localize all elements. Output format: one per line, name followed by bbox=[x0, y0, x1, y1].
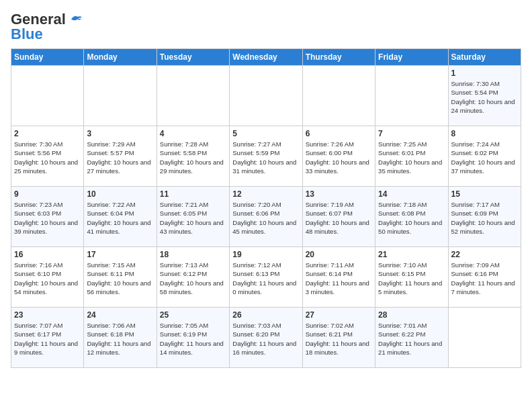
day-info: Sunrise: 7:12 AM Sunset: 6:13 PM Dayligh… bbox=[232, 261, 299, 296]
day-number: 24 bbox=[87, 310, 153, 320]
day-info: Sunrise: 7:06 AM Sunset: 6:18 PM Dayligh… bbox=[87, 321, 153, 357]
day-number: 25 bbox=[160, 310, 226, 320]
calendar-cell: 19Sunrise: 7:12 AM Sunset: 6:13 PM Dayli… bbox=[230, 247, 302, 308]
calendar-cell: 7Sunrise: 7:25 AM Sunset: 6:01 PM Daylig… bbox=[375, 126, 448, 187]
day-number: 6 bbox=[306, 129, 372, 138]
day-info: Sunrise: 7:05 AM Sunset: 6:19 PM Dayligh… bbox=[160, 321, 226, 357]
day-info: Sunrise: 7:02 AM Sunset: 6:21 PM Dayligh… bbox=[306, 321, 372, 357]
day-number: 13 bbox=[306, 189, 372, 199]
weekday-header: Saturday bbox=[448, 49, 521, 66]
logo-bird-icon bbox=[69, 13, 83, 26]
day-info: Sunrise: 7:26 AM Sunset: 6:00 PM Dayligh… bbox=[306, 140, 372, 175]
day-info: Sunrise: 7:18 AM Sunset: 6:08 PM Dayligh… bbox=[378, 200, 445, 236]
calendar-cell: 17Sunrise: 7:15 AM Sunset: 6:11 PM Dayli… bbox=[84, 247, 157, 308]
calendar-cell: 15Sunrise: 7:17 AM Sunset: 6:09 PM Dayli… bbox=[448, 187, 521, 247]
day-number: 14 bbox=[378, 189, 445, 199]
calendar-cell: 18Sunrise: 7:13 AM Sunset: 6:12 PM Dayli… bbox=[157, 247, 229, 308]
day-info: Sunrise: 7:01 AM Sunset: 6:22 PM Dayligh… bbox=[378, 321, 445, 357]
day-number: 18 bbox=[160, 250, 226, 259]
calendar-cell: 27Sunrise: 7:02 AM Sunset: 6:21 PM Dayli… bbox=[302, 308, 375, 368]
page-header: General Blue bbox=[11, 11, 521, 43]
day-number: 20 bbox=[306, 250, 372, 259]
day-info: Sunrise: 7:17 AM Sunset: 6:09 PM Dayligh… bbox=[451, 200, 518, 236]
day-number: 2 bbox=[14, 129, 81, 138]
day-info: Sunrise: 7:11 AM Sunset: 6:14 PM Dayligh… bbox=[306, 261, 372, 296]
day-number: 28 bbox=[378, 310, 445, 320]
day-number: 1 bbox=[451, 68, 518, 78]
calendar-cell: 28Sunrise: 7:01 AM Sunset: 6:22 PM Dayli… bbox=[375, 308, 448, 368]
day-number: 9 bbox=[14, 189, 81, 199]
day-info: Sunrise: 7:07 AM Sunset: 6:17 PM Dayligh… bbox=[14, 321, 81, 357]
day-info: Sunrise: 7:15 AM Sunset: 6:11 PM Dayligh… bbox=[87, 261, 153, 296]
day-info: Sunrise: 7:28 AM Sunset: 5:58 PM Dayligh… bbox=[160, 140, 226, 175]
calendar-cell: 20Sunrise: 7:11 AM Sunset: 6:14 PM Dayli… bbox=[302, 247, 375, 308]
weekday-header: Wednesday bbox=[230, 49, 302, 66]
logo: General Blue bbox=[11, 11, 83, 43]
day-number: 12 bbox=[232, 189, 299, 199]
day-info: Sunrise: 7:20 AM Sunset: 6:06 PM Dayligh… bbox=[232, 200, 299, 236]
calendar-cell: 1Sunrise: 7:30 AM Sunset: 5:54 PM Daylig… bbox=[448, 66, 521, 126]
calendar-cell bbox=[157, 66, 229, 126]
day-info: Sunrise: 7:23 AM Sunset: 6:03 PM Dayligh… bbox=[14, 200, 81, 236]
calendar-cell: 6Sunrise: 7:26 AM Sunset: 6:00 PM Daylig… bbox=[302, 126, 375, 187]
day-info: Sunrise: 7:24 AM Sunset: 6:02 PM Dayligh… bbox=[451, 140, 518, 175]
calendar-table: SundayMondayTuesdayWednesdayThursdayFrid… bbox=[11, 48, 521, 368]
calendar-cell: 26Sunrise: 7:03 AM Sunset: 6:20 PM Dayli… bbox=[230, 308, 302, 368]
day-number: 3 bbox=[87, 129, 153, 138]
calendar-cell bbox=[302, 66, 375, 126]
day-info: Sunrise: 7:21 AM Sunset: 6:05 PM Dayligh… bbox=[160, 200, 226, 236]
weekday-header: Monday bbox=[84, 49, 157, 66]
day-number: 16 bbox=[14, 250, 81, 259]
day-info: Sunrise: 7:09 AM Sunset: 6:16 PM Dayligh… bbox=[451, 261, 518, 296]
day-number: 17 bbox=[87, 250, 153, 259]
calendar-cell: 14Sunrise: 7:18 AM Sunset: 6:08 PM Dayli… bbox=[375, 187, 448, 247]
weekday-header: Sunday bbox=[11, 49, 84, 66]
calendar-cell: 4Sunrise: 7:28 AM Sunset: 5:58 PM Daylig… bbox=[157, 126, 229, 187]
calendar-cell bbox=[230, 66, 302, 126]
day-number: 27 bbox=[306, 310, 372, 320]
logo-blue: Blue bbox=[11, 26, 43, 43]
calendar-cell: 16Sunrise: 7:16 AM Sunset: 6:10 PM Dayli… bbox=[11, 247, 84, 308]
calendar-cell: 2Sunrise: 7:30 AM Sunset: 5:56 PM Daylig… bbox=[11, 126, 84, 187]
day-number: 8 bbox=[451, 129, 518, 138]
weekday-header: Friday bbox=[375, 49, 448, 66]
calendar-cell: 25Sunrise: 7:05 AM Sunset: 6:19 PM Dayli… bbox=[157, 308, 229, 368]
day-number: 7 bbox=[378, 129, 445, 138]
calendar-cell: 24Sunrise: 7:06 AM Sunset: 6:18 PM Dayli… bbox=[84, 308, 157, 368]
calendar-cell: 21Sunrise: 7:10 AM Sunset: 6:15 PM Dayli… bbox=[375, 247, 448, 308]
day-number: 22 bbox=[451, 250, 518, 259]
day-number: 19 bbox=[232, 250, 299, 259]
day-info: Sunrise: 7:30 AM Sunset: 5:56 PM Dayligh… bbox=[14, 140, 81, 175]
day-number: 10 bbox=[87, 189, 153, 199]
calendar-cell bbox=[448, 308, 521, 368]
day-info: Sunrise: 7:30 AM Sunset: 5:54 PM Dayligh… bbox=[451, 79, 518, 115]
calendar-cell: 22Sunrise: 7:09 AM Sunset: 6:16 PM Dayli… bbox=[448, 247, 521, 308]
weekday-header: Tuesday bbox=[157, 49, 229, 66]
calendar-cell: 10Sunrise: 7:22 AM Sunset: 6:04 PM Dayli… bbox=[84, 187, 157, 247]
calendar-cell: 13Sunrise: 7:19 AM Sunset: 6:07 PM Dayli… bbox=[302, 187, 375, 247]
calendar-cell bbox=[11, 66, 84, 126]
calendar-cell bbox=[375, 66, 448, 126]
day-number: 23 bbox=[14, 310, 81, 320]
calendar-cell: 11Sunrise: 7:21 AM Sunset: 6:05 PM Dayli… bbox=[157, 187, 229, 247]
calendar-cell: 9Sunrise: 7:23 AM Sunset: 6:03 PM Daylig… bbox=[11, 187, 84, 247]
day-number: 11 bbox=[160, 189, 226, 199]
day-info: Sunrise: 7:29 AM Sunset: 5:57 PM Dayligh… bbox=[87, 140, 153, 175]
day-number: 26 bbox=[232, 310, 299, 320]
calendar-cell: 3Sunrise: 7:29 AM Sunset: 5:57 PM Daylig… bbox=[84, 126, 157, 187]
weekday-header: Thursday bbox=[302, 49, 375, 66]
calendar-cell: 12Sunrise: 7:20 AM Sunset: 6:06 PM Dayli… bbox=[230, 187, 302, 247]
day-info: Sunrise: 7:27 AM Sunset: 5:59 PM Dayligh… bbox=[232, 140, 299, 175]
day-info: Sunrise: 7:03 AM Sunset: 6:20 PM Dayligh… bbox=[232, 321, 299, 357]
calendar-cell: 5Sunrise: 7:27 AM Sunset: 5:59 PM Daylig… bbox=[230, 126, 302, 187]
day-info: Sunrise: 7:19 AM Sunset: 6:07 PM Dayligh… bbox=[306, 200, 372, 236]
day-info: Sunrise: 7:13 AM Sunset: 6:12 PM Dayligh… bbox=[160, 261, 226, 296]
calendar-cell bbox=[84, 66, 157, 126]
calendar-cell: 23Sunrise: 7:07 AM Sunset: 6:17 PM Dayli… bbox=[11, 308, 84, 368]
calendar-cell: 8Sunrise: 7:24 AM Sunset: 6:02 PM Daylig… bbox=[448, 126, 521, 187]
day-info: Sunrise: 7:25 AM Sunset: 6:01 PM Dayligh… bbox=[378, 140, 445, 175]
day-number: 21 bbox=[378, 250, 445, 259]
day-info: Sunrise: 7:22 AM Sunset: 6:04 PM Dayligh… bbox=[87, 200, 153, 236]
day-number: 15 bbox=[451, 189, 518, 199]
day-info: Sunrise: 7:10 AM Sunset: 6:15 PM Dayligh… bbox=[378, 261, 445, 296]
